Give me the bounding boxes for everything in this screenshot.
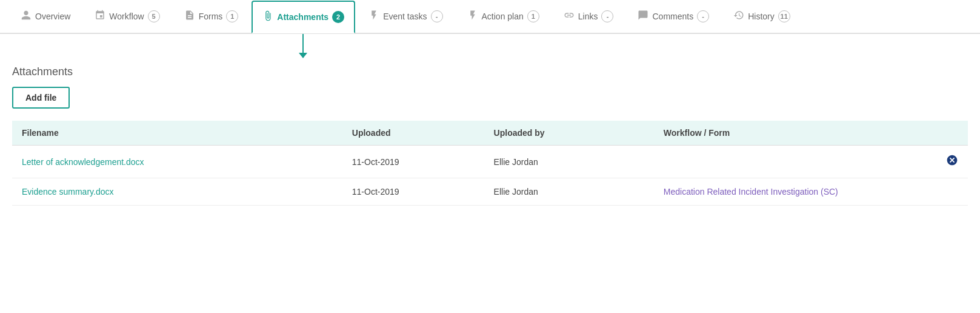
- tab-event-tasks-label: Event tasks: [383, 12, 427, 21]
- col-header-uploaded: Uploaded: [342, 121, 484, 146]
- col-header-workflow: Workflow / Form: [654, 121, 936, 146]
- tab-history[interactable]: History 11: [722, 0, 801, 33]
- comments-icon: [638, 10, 648, 23]
- tab-links-label: Links: [578, 12, 598, 21]
- tab-forms-badge: 1: [226, 10, 238, 22]
- workflow-form[interactable]: Medication Related Incident Investigatio…: [654, 178, 936, 206]
- col-header-filename: Filename: [12, 121, 342, 146]
- tab-history-label: History: [748, 12, 775, 21]
- event-tasks-icon: [368, 10, 379, 23]
- workflow-form: [654, 146, 936, 178]
- col-header-uploadedby: Uploaded by: [484, 121, 654, 146]
- attachments-icon: [262, 10, 273, 24]
- tab-comments[interactable]: Comments -: [627, 0, 720, 33]
- file-link[interactable]: Letter of acknowledgement.docx: [22, 157, 144, 167]
- content-area: Attachments Add file Filename Uploaded U…: [0, 53, 980, 206]
- uploaded-date: 11-Oct-2019: [342, 146, 484, 178]
- overview-icon: [21, 10, 32, 23]
- tab-attachments[interactable]: Attachments 2: [252, 1, 355, 33]
- tab-event-tasks[interactable]: Event tasks -: [358, 0, 453, 33]
- action-plan-icon: [467, 10, 478, 23]
- uploaded-by: Ellie Jordan: [484, 146, 654, 178]
- tab-history-badge: 11: [778, 10, 790, 22]
- col-header-action: [936, 121, 968, 146]
- section-title: Attachments: [12, 66, 968, 78]
- tab-attachments-label: Attachments: [277, 12, 328, 22]
- attachments-table: Filename Uploaded Uploaded by Workflow /…: [12, 121, 968, 206]
- tab-action-plan-label: Action plan: [482, 12, 524, 21]
- uploaded-date: 11-Oct-2019: [342, 178, 484, 206]
- tab-links[interactable]: Links -: [553, 0, 625, 33]
- tab-comments-label: Comments: [652, 12, 693, 21]
- table-row: Evidence summary.docx11-Oct-2019Ellie Jo…: [12, 178, 968, 206]
- workflow-icon: [95, 10, 105, 23]
- tab-workflow-label: Workflow: [109, 12, 144, 21]
- tab-forms[interactable]: Forms 1: [173, 0, 250, 33]
- table-header-row: Filename Uploaded Uploaded by Workflow /…: [12, 121, 968, 146]
- add-file-button[interactable]: Add file: [12, 87, 70, 109]
- tab-comments-badge: -: [697, 10, 709, 22]
- tab-attachments-badge: 2: [332, 11, 344, 23]
- tab-workflow-badge: 5: [148, 10, 160, 22]
- tab-overview[interactable]: Overview: [10, 0, 81, 33]
- tab-action-plan-badge: 1: [527, 10, 539, 22]
- tab-workflow[interactable]: Workflow 5: [84, 0, 170, 33]
- tab-event-tasks-badge: -: [431, 10, 443, 22]
- remove-button[interactable]: [946, 154, 958, 169]
- table-row: Letter of acknowledgement.docx11-Oct-201…: [12, 146, 968, 178]
- tab-overview-label: Overview: [35, 12, 70, 21]
- history-icon: [733, 10, 744, 23]
- tab-bar: Overview Workflow 5 Forms 1 Attachments …: [0, 0, 980, 34]
- tab-forms-label: Forms: [199, 12, 223, 21]
- file-link[interactable]: Evidence summary.docx: [22, 187, 113, 197]
- links-icon: [564, 10, 575, 23]
- tab-links-badge: -: [601, 10, 613, 22]
- forms-icon: [184, 10, 195, 23]
- tab-action-plan[interactable]: Action plan 1: [456, 0, 550, 33]
- uploaded-by: Ellie Jordan: [484, 178, 654, 206]
